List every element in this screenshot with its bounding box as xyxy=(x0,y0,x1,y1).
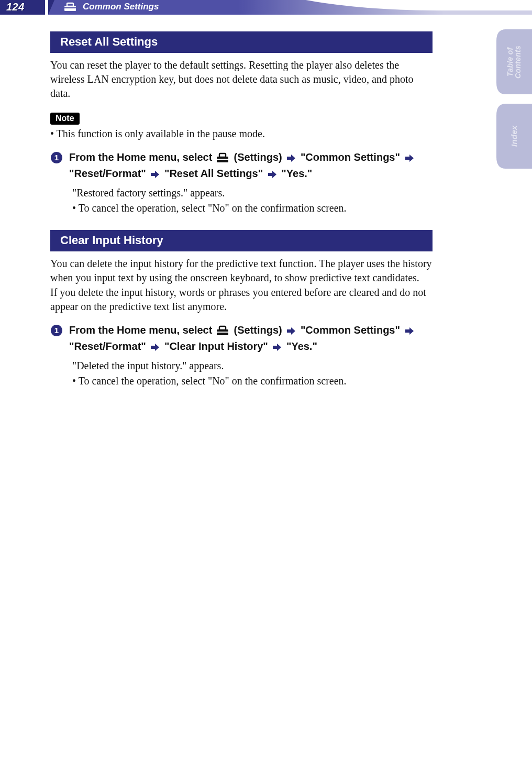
svg-text:1: 1 xyxy=(54,326,59,335)
reset-intro: You can reset the player to the default … xyxy=(50,58,433,101)
arrow-right-icon xyxy=(268,168,276,182)
svg-rect-11 xyxy=(219,326,226,330)
clear-result-line2: To cancel the operation, select "No" on … xyxy=(72,374,433,388)
arrow-right-icon xyxy=(273,340,281,355)
settings-toolbox-icon xyxy=(216,152,229,167)
section-heading-reset: Reset All Settings xyxy=(50,31,433,53)
step-number-1-icon: 1 xyxy=(50,151,63,164)
tab-table-of-contents[interactable]: Table ofContents xyxy=(496,29,532,94)
arrow-right-icon xyxy=(405,324,414,339)
side-tabs: Table ofContents Index xyxy=(496,29,532,178)
clear-result: "Deleted the input history." appears. To… xyxy=(72,358,433,388)
page-number: 124 xyxy=(6,1,25,13)
clear-step-1: 1 From the Home menu, select (Settings) … xyxy=(50,323,433,355)
clear-intro-1: You can delete the input history for the… xyxy=(50,257,433,285)
page-content: Reset All Settings You can reset the pla… xyxy=(50,31,433,388)
svg-rect-1 xyxy=(67,3,73,6)
arrow-right-icon xyxy=(287,151,295,166)
reset-result: "Restored factory settings." appears. To… xyxy=(72,185,433,215)
reset-result-line2: To cancel the operation, select "No" on … xyxy=(72,201,433,215)
tab-index[interactable]: Index xyxy=(496,104,532,169)
clear-intro-2: If you delete the input history, words o… xyxy=(50,285,433,314)
clear-result-line1: "Deleted the input history." appears. xyxy=(72,358,433,373)
reset-step-text: From the Home menu, select (Settings) "C… xyxy=(69,150,433,182)
reset-note-bullet: This function is only available in the p… xyxy=(50,127,433,141)
svg-rect-7 xyxy=(217,159,228,160)
svg-text:1: 1 xyxy=(54,153,59,162)
settings-toolbox-icon xyxy=(216,325,229,340)
header-breadcrumb-bar: Common Settings xyxy=(48,0,532,15)
page-number-badge: 124 xyxy=(0,0,48,15)
tab-label-toc: Table ofContents xyxy=(496,29,532,94)
settings-toolbox-icon xyxy=(64,2,76,14)
svg-rect-6 xyxy=(219,153,226,157)
note-label: Note xyxy=(50,113,80,125)
clear-step-text: From the Home menu, select (Settings) "C… xyxy=(69,323,433,355)
reset-result-line1: "Restored factory settings." appears. xyxy=(72,185,433,200)
tab-label-index: Index xyxy=(496,104,532,169)
step-number-1-icon: 1 xyxy=(50,324,63,337)
arrow-right-icon xyxy=(287,324,295,339)
page-header: 124 Common Settings xyxy=(0,0,532,15)
svg-rect-2 xyxy=(64,7,76,8)
arrow-right-icon xyxy=(405,151,414,166)
section-heading-clear: Clear Input History xyxy=(50,230,433,251)
arrow-right-icon xyxy=(151,340,159,355)
reset-step-1: 1 From the Home menu, select (Settings) … xyxy=(50,150,433,182)
arrow-right-icon xyxy=(151,168,159,182)
svg-rect-12 xyxy=(217,332,228,333)
breadcrumb: Common Settings xyxy=(83,2,159,12)
